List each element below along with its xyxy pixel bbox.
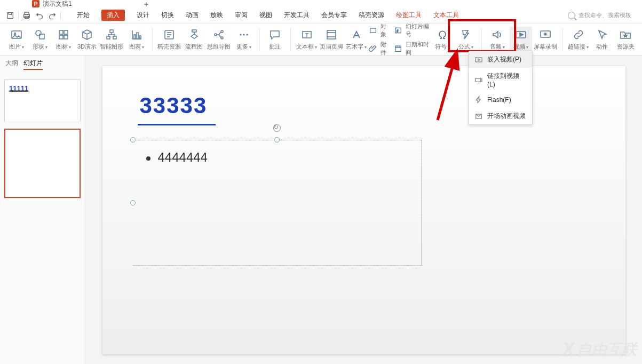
svg-rect-8 xyxy=(59,30,63,34)
label: 3D演示 xyxy=(77,43,97,51)
insert-slidenum[interactable]: # 幻灯片编号 xyxy=(394,22,430,38)
label: Flash(F) xyxy=(487,96,511,104)
insert-object[interactable]: 对象 xyxy=(369,22,390,38)
svg-rect-11 xyxy=(64,35,68,39)
dropdown-item-embed[interactable]: 嵌入视频(P) xyxy=(469,51,532,68)
bullet-line[interactable]: 4444444 xyxy=(133,140,421,165)
top-mid-handle[interactable] xyxy=(274,137,280,143)
label: 形状 xyxy=(33,43,47,51)
insert-picture[interactable]: 图片 xyxy=(5,27,28,52)
label: 更多 xyxy=(236,43,251,51)
rotate-handle[interactable] xyxy=(273,124,281,132)
insert-headerfooter[interactable]: 页眉页脚 xyxy=(319,27,344,52)
more-icon xyxy=(237,28,250,42)
watermark: X 自由互联 xyxy=(562,338,637,361)
mindmap-icon xyxy=(212,28,225,42)
svg-rect-13 xyxy=(107,36,110,39)
video-dropdown: 嵌入视频(P) 链接到视频(L) Flash(F) 开场动画视频 xyxy=(469,51,533,125)
insert-3d[interactable]: 3D演示 xyxy=(76,27,98,52)
textbox-icon xyxy=(300,28,313,42)
svg-rect-27 xyxy=(327,30,336,39)
label: 嵌入视频(P) xyxy=(487,55,521,64)
insert-shapes[interactable]: 形状 xyxy=(29,27,51,52)
menu-transition[interactable]: 切换 xyxy=(161,11,174,20)
menu-animation[interactable]: 动画 xyxy=(186,11,199,20)
menu-design[interactable]: 设计 xyxy=(137,11,149,20)
insert-textbox[interactable]: 文本框 xyxy=(295,27,318,52)
insert-chart[interactable]: 图表 xyxy=(125,27,148,52)
cube-icon xyxy=(81,28,93,42)
insert-hyperlink[interactable]: 超链接 xyxy=(567,27,590,52)
tab-slides[interactable]: 幻灯片 xyxy=(23,59,43,70)
label: 幻灯片编号 xyxy=(406,22,430,38)
dropdown-item-flash[interactable]: Flash(F) xyxy=(469,92,532,108)
menu-review[interactable]: 审阅 xyxy=(235,11,248,20)
svg-rect-16 xyxy=(137,33,138,39)
label: 附件 xyxy=(381,41,390,57)
svg-rect-10 xyxy=(59,35,63,39)
insert-more[interactable]: 更多 xyxy=(233,27,255,52)
search-area[interactable]: 查找命令、搜索模板 xyxy=(568,11,642,19)
svg-point-5 xyxy=(14,33,16,35)
svg-point-6 xyxy=(36,30,41,36)
insert-mindmap[interactable]: 思维导图 xyxy=(207,27,232,52)
slide[interactable]: 33333 4444444 xyxy=(102,66,625,354)
context-menu-draw[interactable]: 绘图工具 xyxy=(396,11,422,20)
insert-datetime[interactable]: 日期和时间 xyxy=(394,41,430,57)
insert-action[interactable]: 动作 xyxy=(591,27,613,52)
mid-left-handle[interactable] xyxy=(130,200,136,205)
save-icon[interactable] xyxy=(5,11,15,20)
tab-outline[interactable]: 大纲 xyxy=(5,59,18,70)
top-left-handle[interactable] xyxy=(130,137,136,143)
menu-insert[interactable]: 插入 xyxy=(101,10,125,21)
slide-title[interactable]: 33333 xyxy=(140,93,208,118)
menu-devtools[interactable]: 开发工具 xyxy=(284,11,310,20)
canvas-area[interactable]: 33333 4444444 xyxy=(85,56,642,364)
cursor-icon xyxy=(596,28,608,42)
slide-thumb-2[interactable] xyxy=(4,129,81,198)
slide-thumb-1[interactable]: 11111 xyxy=(4,80,81,122)
context-menu-text[interactable]: 文本工具 xyxy=(433,11,459,20)
omega-icon xyxy=(436,28,449,42)
insert-screenrec[interactable]: 屏幕录制 xyxy=(533,27,558,52)
label: 图标 xyxy=(56,43,71,51)
headerfooter-icon xyxy=(325,28,338,42)
insert-smartart[interactable]: 智能图形 xyxy=(99,27,124,52)
label: 流程图 xyxy=(185,43,203,51)
menu-start[interactable]: 开始 xyxy=(77,11,90,20)
new-tab-button[interactable]: + xyxy=(144,0,148,9)
menu-bar: 开始 插入 设计 切换 动画 放映 审阅 视图 开发工具 会员专享 稿壳资源 绘… xyxy=(0,7,642,23)
dropdown-item-intro[interactable]: 开场动画视频 xyxy=(469,108,532,124)
insert-attachment[interactable]: 附件 xyxy=(369,41,390,57)
attachment-icon xyxy=(369,44,377,53)
insert-docer[interactable]: 稿壳资源 xyxy=(157,27,182,52)
insert-flowchart[interactable]: 流程图 xyxy=(183,27,205,52)
dropdown-item-link[interactable]: 链接到视频(L) xyxy=(469,68,532,92)
bullet-icon xyxy=(146,156,150,161)
docer-icon xyxy=(163,28,176,42)
menu-docer[interactable]: 稿壳资源 xyxy=(359,11,384,20)
menu-view[interactable]: 视图 xyxy=(259,11,272,20)
content-textbox[interactable]: 4444444 xyxy=(133,140,422,266)
insert-icon[interactable]: 图标 xyxy=(52,27,75,52)
separator xyxy=(152,28,153,51)
svg-rect-15 xyxy=(134,35,136,39)
annotation-box xyxy=(448,19,516,52)
icon-lib-icon xyxy=(57,28,70,42)
file-tab[interactable]: P 演示文稿1 xyxy=(0,0,77,9)
print-icon[interactable] xyxy=(22,11,31,20)
menu-member[interactable]: 会员专享 xyxy=(321,11,347,20)
redo-icon[interactable] xyxy=(47,11,57,20)
bullet-text: 4444444 xyxy=(158,150,208,164)
insert-resourcefolder[interactable]: 资源夹 xyxy=(614,27,637,52)
link-video-icon xyxy=(474,76,483,84)
undo-icon[interactable] xyxy=(35,11,44,20)
insert-wordart[interactable]: 艺术字 xyxy=(345,27,368,52)
watermark-x-icon: X xyxy=(562,338,573,361)
file-tab-title: 演示文稿1 xyxy=(43,0,72,9)
comment-icon xyxy=(268,28,281,42)
separator xyxy=(259,28,260,51)
menu-slideshow[interactable]: 放映 xyxy=(210,11,223,20)
label: 批注 xyxy=(269,43,281,51)
insert-comment[interactable]: 批注 xyxy=(264,27,286,52)
